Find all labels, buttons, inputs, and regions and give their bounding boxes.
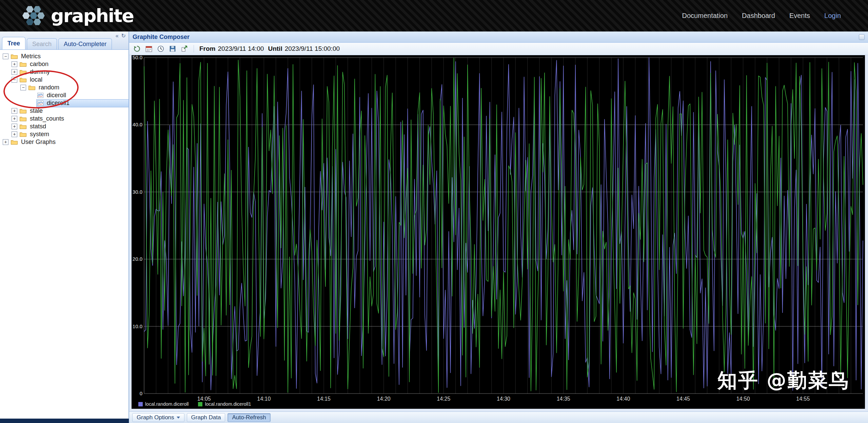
- tree-node[interactable]: statsd: [19, 123, 129, 130]
- tree-item-statsd[interactable]: +statsd: [0, 123, 129, 130]
- y-tick-label: 40.0: [132, 122, 142, 127]
- expand-expander-icon[interactable]: +: [12, 61, 17, 67]
- x-tick-label: 14:15: [317, 396, 331, 402]
- button-graph-data[interactable]: Graph Data: [187, 413, 225, 422]
- date-range-icon[interactable]: [145, 45, 153, 52]
- logo-text: graphite: [51, 5, 134, 26]
- x-tick-label: 14:55: [796, 396, 810, 402]
- y-tick-label: 10.0: [132, 324, 142, 329]
- nav-link-dashboard[interactable]: Dashboard: [742, 12, 775, 20]
- x-tick-label: 14:50: [736, 396, 750, 402]
- tree-item-label: diceroll1: [45, 100, 71, 107]
- graph-area: 010.020.030.040.050.0 14:0514:1014:1514:…: [132, 55, 865, 409]
- x-tick-label: 14:45: [676, 396, 690, 402]
- tree-item-stale[interactable]: +stale: [0, 107, 129, 115]
- folder-icon: [20, 108, 26, 113]
- tree-node[interactable]: system: [19, 131, 129, 138]
- tree-node[interactable]: dummy: [19, 68, 129, 76]
- metric-leaf-icon: [37, 93, 43, 98]
- button-label: Auto-Refresh: [232, 414, 266, 421]
- tree-item-label: random: [37, 84, 61, 91]
- collapse-expander-icon[interactable]: −: [12, 77, 17, 83]
- update-graph-icon[interactable]: [133, 45, 141, 52]
- nav-link-login[interactable]: Login: [824, 12, 841, 20]
- tree-item-local[interactable]: −local: [0, 76, 129, 84]
- folder-icon: [20, 132, 26, 137]
- tree-item-diceroll[interactable]: diceroll: [0, 91, 129, 99]
- expand-expander-icon[interactable]: +: [12, 131, 17, 137]
- from-label: From: [199, 45, 216, 52]
- sidebar-tools: «↻: [116, 33, 126, 39]
- tree-node[interactable]: User Graphs: [10, 139, 129, 146]
- tree-item-diceroll1[interactable]: diceroll1: [0, 99, 129, 107]
- collapse-expander-icon[interactable]: −: [3, 54, 8, 59]
- x-tick-label: 14:30: [497, 396, 510, 402]
- tree-item-metrics[interactable]: −Metrics: [0, 52, 129, 60]
- recent-data-icon[interactable]: [157, 45, 164, 52]
- tab-tree[interactable]: Tree: [2, 37, 25, 49]
- sidebar-bottom-strip: [0, 419, 129, 423]
- composer-header: Graphite Composer: [129, 31, 868, 43]
- tree-item-stats-counts[interactable]: +stats_counts: [0, 115, 129, 123]
- tree-item-label: User Graphs: [20, 139, 57, 146]
- folder-icon: [20, 124, 26, 129]
- legend-item-local-random-diceroll: local.random.diceroll: [138, 401, 189, 407]
- tab-search[interactable]: Search: [27, 38, 57, 49]
- tree-item-user-graphs[interactable]: +User Graphs: [0, 138, 129, 146]
- button-label: Graph Options: [137, 414, 174, 421]
- tree-item-random[interactable]: −random: [0, 84, 129, 91]
- tab-auto-completer[interactable]: Auto-Completer: [58, 38, 112, 49]
- tree-item-carbon[interactable]: +carbon: [0, 60, 129, 68]
- tree-item-label: dummy: [28, 68, 51, 76]
- button-graph-options[interactable]: Graph Options: [132, 413, 184, 422]
- top-nav: DocumentationDashboardEventsLogin: [682, 12, 841, 20]
- graphite-logo[interactable]: graphite: [22, 3, 134, 29]
- save-graph-icon[interactable]: [169, 45, 176, 52]
- expand-expander-icon[interactable]: +: [12, 116, 17, 122]
- tree-node[interactable]: Metrics: [10, 53, 129, 60]
- tree-node[interactable]: diceroll1: [37, 100, 129, 107]
- legend-label: local.random.diceroll: [145, 401, 189, 407]
- tree-node[interactable]: local: [19, 76, 129, 84]
- y-tick-label: 0: [132, 391, 142, 396]
- toolbar-separator: [194, 45, 194, 52]
- x-tick-label: 14:35: [557, 396, 570, 402]
- metric-leaf-icon: [37, 101, 43, 106]
- tree-node[interactable]: diceroll: [37, 92, 129, 99]
- collapse-panel-icon[interactable]: «: [116, 33, 119, 39]
- tree-elbow: [29, 92, 35, 98]
- y-tick-label: 50.0: [132, 55, 142, 60]
- panel-tool-icon[interactable]: [859, 34, 865, 40]
- expand-expander-icon[interactable]: +: [12, 69, 17, 75]
- button-auto-refresh[interactable]: Auto-Refresh: [228, 413, 270, 422]
- tree-node[interactable]: carbon: [19, 61, 129, 68]
- tree-node[interactable]: stale: [19, 107, 129, 115]
- tree-item-dummy[interactable]: +dummy: [0, 68, 129, 76]
- folder-icon: [20, 77, 26, 82]
- expand-expander-icon[interactable]: +: [12, 124, 17, 129]
- legend-swatch: [198, 402, 202, 406]
- tree-item-label: statsd: [28, 123, 47, 130]
- expand-expander-icon[interactable]: +: [3, 139, 8, 145]
- composer-toolbar: From2023/9/11 14:00Until2023/9/11 15:00:…: [129, 43, 868, 55]
- tree-item-label: diceroll: [45, 92, 67, 99]
- tree-item-system[interactable]: +system: [0, 130, 129, 138]
- legend-label: local.random.diceroll1: [205, 401, 251, 407]
- tree-node[interactable]: random: [28, 84, 129, 91]
- legend: local.random.dicerolllocal.random.dicero…: [138, 401, 251, 407]
- composer-title: Graphite Composer: [133, 34, 190, 41]
- collapse-expander-icon[interactable]: −: [20, 85, 26, 90]
- tree-node[interactable]: stats_counts: [19, 115, 129, 123]
- refresh-tree-icon[interactable]: ↻: [121, 33, 126, 39]
- share-graph-icon[interactable]: [181, 45, 188, 52]
- x-tick-label: 14:25: [437, 396, 450, 402]
- folder-icon: [11, 54, 18, 59]
- nav-link-documentation[interactable]: Documentation: [682, 12, 728, 20]
- legend-swatch: [138, 402, 143, 406]
- metrics-tree: −Metrics+carbon+dummy−local−randomdicero…: [0, 50, 129, 146]
- until-label: Until: [268, 45, 282, 52]
- toolbar-icons: [133, 45, 188, 52]
- expand-expander-icon[interactable]: +: [12, 108, 17, 114]
- folder-icon: [11, 140, 18, 145]
- nav-link-events[interactable]: Events: [789, 12, 810, 20]
